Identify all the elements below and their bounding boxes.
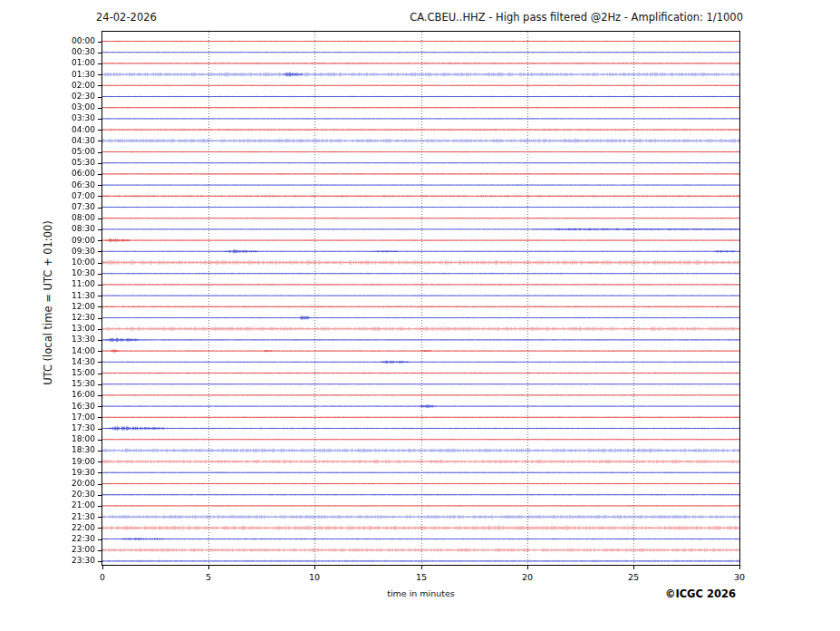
- y-tick-mark: [98, 185, 101, 186]
- y-tick-mark: [98, 362, 101, 363]
- y-tick-label: 21:30: [0, 513, 95, 521]
- y-tick-label: 16:00: [0, 391, 95, 399]
- x-tick-label: 15: [408, 572, 435, 582]
- x-tick-label: 5: [195, 572, 222, 582]
- x-tick-mark: [102, 566, 103, 569]
- y-tick-label: 07:00: [0, 192, 95, 200]
- plot-area: [101, 31, 740, 566]
- y-tick-mark: [98, 550, 101, 551]
- x-axis-label: time in minutes: [330, 588, 512, 598]
- y-tick-label: 14:30: [0, 358, 95, 366]
- y-tick-mark: [98, 472, 101, 473]
- y-tick-mark: [98, 384, 101, 385]
- y-tick-label: 17:00: [0, 413, 95, 422]
- y-tick-label: 02:00: [0, 82, 95, 90]
- y-tick-label: 20:00: [0, 480, 95, 488]
- y-tick-mark: [98, 506, 101, 507]
- x-tick-label: 20: [514, 572, 541, 582]
- y-tick-mark: [98, 42, 101, 43]
- y-tick-mark: [98, 429, 101, 430]
- y-tick-mark: [98, 451, 101, 451]
- x-tick-mark: [633, 566, 634, 569]
- y-tick-label: 06:00: [0, 170, 95, 178]
- y-tick-mark: [98, 340, 101, 341]
- y-tick-mark: [98, 196, 101, 197]
- y-tick-mark: [98, 406, 101, 407]
- x-tick-label: 30: [726, 572, 753, 582]
- y-tick-label: 18:00: [0, 435, 95, 443]
- y-tick-mark: [98, 417, 101, 418]
- y-tick-label: 15:30: [0, 380, 95, 388]
- y-tick-mark: [98, 119, 101, 120]
- y-tick-label: 01:30: [0, 71, 95, 79]
- y-tick-mark: [98, 163, 101, 164]
- y-tick-mark: [98, 285, 101, 286]
- y-tick-label: 23:30: [0, 557, 95, 565]
- x-tick-mark: [739, 566, 740, 569]
- y-tick-mark: [98, 97, 101, 98]
- y-tick-label: 04:00: [0, 126, 95, 134]
- helicorder-page: 24-02-2026 CA.CBEU..HHZ - High pass filt…: [0, 0, 840, 631]
- y-tick-mark: [98, 74, 101, 75]
- y-tick-mark: [98, 85, 101, 86]
- y-tick-label: 19:30: [0, 469, 95, 477]
- y-tick-mark: [98, 251, 101, 252]
- y-tick-label: 06:30: [0, 181, 95, 189]
- y-tick-label: 04:30: [0, 137, 95, 145]
- x-tick-mark: [421, 566, 422, 569]
- y-tick-mark: [98, 263, 101, 264]
- date-title: 24-02-2026: [96, 11, 157, 24]
- y-tick-label: 10:00: [0, 258, 95, 267]
- y-tick-label: 22:30: [0, 535, 95, 543]
- y-tick-label: 20:30: [0, 490, 95, 499]
- y-tick-label: 03:00: [0, 103, 95, 112]
- x-tick-mark: [208, 566, 209, 569]
- x-tick-label: 10: [301, 572, 328, 582]
- y-tick-mark: [98, 152, 101, 153]
- station-title: CA.CBEU..HHZ - High pass filtered @2Hz -…: [410, 11, 743, 24]
- x-tick-label: 25: [620, 572, 647, 582]
- x-tick-mark: [314, 566, 315, 569]
- y-tick-mark: [98, 274, 101, 275]
- y-tick-label: 02:30: [0, 92, 95, 101]
- y-tick-mark: [98, 218, 101, 219]
- y-tick-mark: [98, 517, 101, 518]
- y-tick-label: 07:30: [0, 203, 95, 211]
- y-tick-mark: [98, 495, 101, 496]
- y-tick-label: 11:30: [0, 292, 95, 300]
- y-tick-mark: [98, 528, 101, 529]
- y-tick-label: 18:30: [0, 446, 95, 454]
- y-tick-label: 00:00: [0, 37, 95, 45]
- y-tick-label: 15:00: [0, 369, 95, 377]
- y-tick-label: 13:30: [0, 335, 95, 344]
- y-tick-mark: [98, 130, 101, 131]
- y-tick-mark: [98, 374, 101, 374]
- y-tick-label: 19:00: [0, 458, 95, 466]
- y-tick-label: 08:30: [0, 225, 95, 233]
- y-tick-label: 01:00: [0, 59, 95, 67]
- y-tick-mark: [98, 539, 101, 540]
- y-tick-label: 05:00: [0, 148, 95, 156]
- y-tick-label: 21:00: [0, 501, 95, 510]
- x-tick-mark: [527, 566, 528, 569]
- y-tick-label: 09:00: [0, 237, 95, 245]
- y-tick-mark: [98, 461, 101, 462]
- y-tick-label: 00:30: [0, 48, 95, 56]
- y-tick-label: 23:00: [0, 546, 95, 554]
- y-tick-label: 16:30: [0, 403, 95, 411]
- y-tick-mark: [98, 318, 101, 319]
- y-tick-mark: [98, 229, 101, 230]
- y-tick-mark: [98, 484, 101, 485]
- y-tick-label: 22:00: [0, 524, 95, 532]
- y-tick-mark: [98, 108, 101, 109]
- y-tick-mark: [98, 329, 101, 330]
- y-tick-mark: [98, 395, 101, 396]
- y-tick-label: 11:00: [0, 280, 95, 288]
- seismogram-traces-canvas: [102, 32, 739, 565]
- y-tick-label: 10:30: [0, 269, 95, 277]
- y-tick-label: 05:30: [0, 159, 95, 167]
- y-tick-mark: [98, 174, 101, 175]
- y-tick-label: 08:00: [0, 214, 95, 222]
- y-tick-label: 13:00: [0, 325, 95, 333]
- y-tick-mark: [98, 63, 101, 64]
